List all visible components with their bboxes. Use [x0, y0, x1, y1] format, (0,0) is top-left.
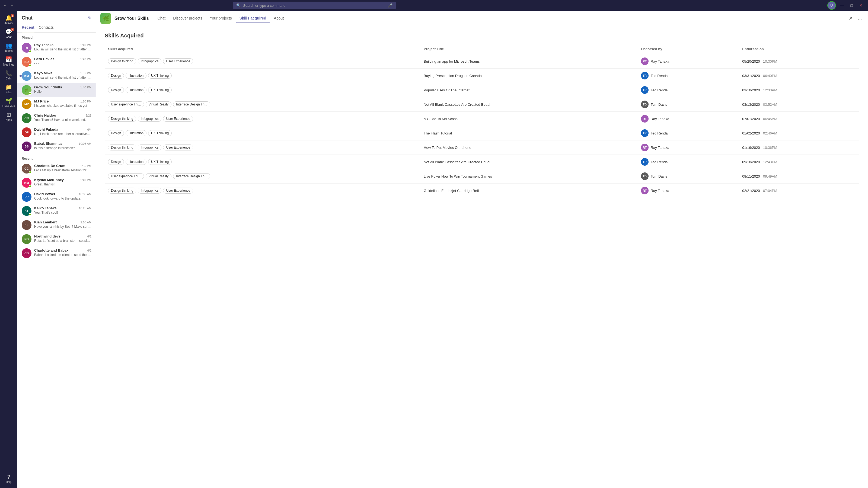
chat-item-charlotte-and-babak[interactable]: CB Charlotte and Babak 6/2 Babak: I aske… [18, 246, 96, 260]
chat-name-kian-lambert: Kian Lambert [34, 220, 57, 224]
sidebar-item-chat[interactable]: 1 💬 Chat [1, 27, 16, 41]
chat-item-keiko-tanaka[interactable]: KT Keiko Tanaka 10:28 AM You: That's coo… [18, 204, 96, 218]
date-part: 09/18/2020 [742, 160, 760, 164]
back-button[interactable]: ← [2, 2, 8, 9]
project-cell: Not All Blank Cassettes Are Created Equa… [421, 155, 638, 169]
nav-discover[interactable]: Discover projects [170, 14, 205, 23]
table-row: DesignIllustrationUX Thinking Popular Us… [105, 83, 859, 97]
sidebar-item-meetings[interactable]: 📅 Meetings [1, 55, 16, 68]
more-options-icon[interactable]: … [856, 14, 864, 23]
nav-your-projects[interactable]: Your projects [207, 14, 235, 23]
sidebar-item-activity[interactable]: 2 🔔 Activity [1, 13, 16, 27]
nav-chat[interactable]: Chat [154, 14, 169, 23]
chat-msg-charlotte-and-babak: Babak: I asked the client to send the fa… [34, 253, 91, 257]
sidebar-item-apps[interactable]: ⊞ Apps [1, 110, 16, 124]
chat-msg-ray-tanaka: Louisa will send the initial list of att… [34, 47, 91, 51]
microphone-icon[interactable]: 🎤 [388, 3, 393, 8]
chat-body-keiko-tanaka: Keiko Tanaka 10:28 AM You: That's cool! [34, 206, 91, 215]
chat-sidebar: Chat ✎ Recent Contacts Pinned RT Ray Tan… [18, 11, 96, 488]
skills-cell: DesignIllustrationUX Thinking [105, 155, 421, 169]
chat-item-krystal-mckinney[interactable]: KM Krystal McKinney 1:40 PM Great, thank… [18, 176, 96, 190]
endorser-name: Ted Rendall [651, 160, 670, 164]
sidebar-item-calls[interactable]: 📞 Calls [1, 68, 16, 82]
skill-tag: Interface Design Th... [173, 173, 210, 179]
chat-item-kayo-miwa[interactable]: KM Kayo Miwa 1:35 PM Louisa will send th… [18, 69, 96, 83]
chat-time-krystal-mckinney: 1:40 PM [80, 178, 91, 182]
endorsed-by-cell: TR Ted Rendall [638, 83, 739, 97]
chat-time-daichi-fukuda: 6/4 [87, 128, 91, 131]
forward-button[interactable]: → [9, 2, 15, 9]
chat-item-david-power[interactable]: DP David Power 10:30 AM Cool, look forwa… [18, 190, 96, 204]
app-name: Grow Your Skills [115, 16, 149, 21]
chat-item-beth-davies[interactable]: BD Beth Davies 1:43 PM • • • [18, 55, 96, 69]
date-part: 05/20/2020 [742, 59, 760, 63]
skills-cell: Design thinkingInfographicsUser Experien… [105, 112, 421, 126]
chat-item-babak-shammas[interactable]: BS Babak Shammas 10:08 AM Is this a stra… [18, 139, 96, 154]
sidebar-item-files[interactable]: 📁 Files [1, 82, 16, 96]
chat-name-daichi-fukuda: Daichi Fukuda [34, 127, 58, 131]
tab-recent[interactable]: Recent [22, 23, 34, 32]
nav-label-calls: Calls [6, 77, 12, 80]
date-part: 01/19/2020 [742, 145, 760, 150]
nav-skills-acquired[interactable]: Skills acquired [236, 14, 270, 23]
chat-msg-krystal-mckinney: Great, thanks! [34, 183, 91, 186]
unread-indicator [20, 75, 22, 77]
online-indicator [29, 64, 31, 67]
chat-item-grow-your-skills[interactable]: 🌿 Grow Your Skills 1:40 PM Hello! [18, 83, 96, 97]
search-input[interactable] [243, 3, 386, 8]
chat-item-charlotte-de-crum[interactable]: CC Charlotte De Crum 1:55 PM Let's set u… [18, 162, 96, 176]
avatar-mj-price: MP [22, 99, 31, 109]
sidebar-item-growyour[interactable]: 🌱 Grow Your [1, 96, 16, 110]
chat-msg-keiko-tanaka: You: That's cool! [34, 210, 91, 215]
endorser-avatar: RT [641, 144, 649, 151]
skill-tag: Illustration [126, 87, 147, 93]
chat-msg-mj-price: I haven't checked available times yet [34, 104, 91, 108]
help-icon: ? [7, 474, 10, 480]
chat-item-mj-price[interactable]: MP MJ Price 1:20 PM I haven't checked av… [18, 97, 96, 111]
chat-item-northwind-devs[interactable]: ND Northwind devs 6/2 Reta: Let's set up… [18, 232, 96, 246]
nav-label-activity: Activity [4, 22, 13, 25]
user-avatar[interactable]: U [827, 1, 836, 10]
skills-table-header: Skills acquired Project Title Endorsed b… [105, 44, 859, 54]
endorser-name: Ray Tanaka [651, 145, 669, 150]
chat-item-kian-lambert[interactable]: KL Kian Lambert 9:58 AM Have you ran thi… [18, 218, 96, 232]
compose-icon[interactable]: ✎ [88, 15, 91, 21]
sidebar-item-help[interactable]: ? Help [1, 472, 16, 486]
chat-item-chris-naidoo[interactable]: CN Chris Naidoo 5/23 You: Thanks! Have a… [18, 111, 96, 125]
table-row: DesignIllustrationUX Thinking Buying Pre… [105, 69, 859, 83]
sidebar-item-teams[interactable]: 👥 Teams [1, 41, 16, 55]
endorser-name: Ray Tanaka [651, 117, 669, 121]
avatar-krystal-mckinney: KM [22, 178, 31, 188]
chat-name-babak-shammas: Babak Shammas [34, 141, 62, 145]
chat-time-babak-shammas: 10:08 AM [79, 142, 91, 145]
chat-sidebar-header: Chat ✎ [18, 11, 96, 23]
avatar-initials: KL [25, 223, 29, 227]
minimize-button[interactable]: — [838, 2, 846, 9]
avatar-ray-tanaka: RT [22, 43, 31, 53]
skill-tag: Infographics [138, 116, 161, 122]
external-link-icon[interactable]: ↗ [847, 14, 854, 23]
chat-name-chris-naidoo: Chris Naidoo [34, 113, 56, 118]
tab-contacts[interactable]: Contacts [39, 23, 54, 32]
avatar-initials: CN [24, 117, 29, 120]
chat-body-northwind-devs: Northwind devs 6/2 Reta: Let's set up a … [34, 234, 91, 242]
chat-item-ray-tanaka[interactable]: RT Ray Tanaka 1:40 PM Louisa will send t… [18, 41, 96, 55]
skill-tag: Design thinking [108, 58, 136, 64]
chat-body-chris-naidoo: Chris Naidoo 5/23 You: Thanks! Have a ni… [34, 113, 91, 122]
skill-tags: User experince Thi...Virtual RealityInte… [108, 101, 417, 107]
endorsed-on-cell: 07/01/2020 06:45AM [739, 112, 859, 126]
skill-tags: Design thinkingInfographicsUser Experien… [108, 116, 417, 122]
avatar-initials: KM [24, 181, 29, 184]
chat-body-babak-shammas: Babak Shammas 10:08 AM Is this a strange… [34, 141, 91, 150]
close-button[interactable]: ✕ [857, 2, 865, 9]
maximize-button[interactable]: □ [848, 2, 855, 9]
search-bar[interactable]: 🔍 🎤 [233, 2, 396, 9]
chat-time-david-power: 10:30 AM [79, 193, 91, 196]
avatar-david-power: DP [22, 192, 31, 202]
nav-about[interactable]: About [271, 14, 287, 23]
skill-tag: Virtual Reality [146, 101, 172, 107]
chat-item-daichi-fukuda[interactable]: DF Daichi Fukuda 6/4 No, I think there a… [18, 125, 96, 139]
skill-tag: UX Thinking [148, 159, 172, 165]
endorser-name: Ray Tanaka [651, 189, 669, 193]
chat-name-kayo-miwa: Kayo Miwa [34, 71, 52, 75]
